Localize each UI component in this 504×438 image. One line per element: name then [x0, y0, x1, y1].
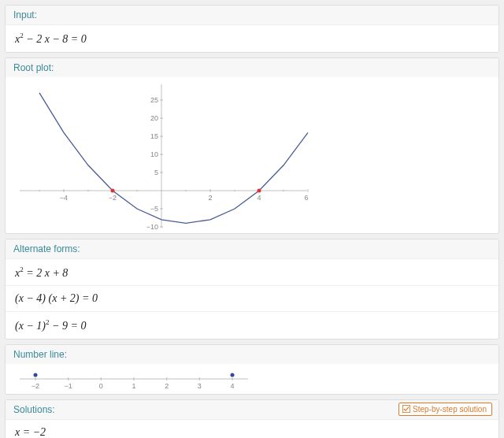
- altform-row: (x − 4) (x + 2) = 0: [6, 285, 498, 311]
- svg-rect-47: [402, 406, 410, 413]
- numberline-point: [34, 373, 38, 377]
- svg-text:−1: −1: [65, 382, 72, 390]
- solutions-card: Solutions: Step-by-step solution x = −2 …: [5, 399, 499, 438]
- curve: [39, 92, 308, 223]
- solution-row: x = −2: [6, 419, 498, 438]
- numberline-card: Number line: −2 −1 0 1 2 3 4: [5, 344, 499, 395]
- rootplot-header: Root plot:: [6, 58, 498, 77]
- altform-row: (x − 1)2 − 9 = 0: [6, 311, 498, 339]
- step-by-step-button[interactable]: Step-by-step solution: [398, 403, 492, 416]
- svg-text:−4: −4: [60, 194, 68, 202]
- step-by-step-label: Step-by-step solution: [413, 405, 487, 414]
- input-header: Input:: [6, 6, 498, 24]
- solutions-header: Solutions: Step-by-step solution: [6, 400, 498, 419]
- rootplot-area: −4 −2 2 4 6 −5 −10 5 10 15: [6, 77, 498, 233]
- svg-text:4: 4: [257, 194, 261, 202]
- svg-text:2: 2: [165, 382, 169, 390]
- svg-text:15: 15: [150, 132, 158, 140]
- numberline-svg: −2 −1 0 1 2 3 4: [12, 369, 256, 392]
- svg-text:1: 1: [132, 382, 135, 390]
- altforms-header: Alternate forms:: [6, 239, 498, 258]
- svg-text:3: 3: [198, 382, 202, 390]
- input-card: Input: x2 − 2 x − 8 = 0: [5, 5, 499, 53]
- svg-text:0: 0: [99, 382, 103, 390]
- svg-text:−10: −10: [146, 223, 158, 230]
- svg-text:4: 4: [230, 382, 234, 390]
- page: Input: x2 − 2 x − 8 = 0 Root plot: −4 −2…: [0, 0, 504, 438]
- input-expression: x2 − 2 x − 8 = 0: [6, 24, 498, 52]
- rootplot-svg: −4 −2 2 4 6 −5 −10 5 10 15: [12, 80, 311, 230]
- root-point: [111, 188, 115, 192]
- svg-text:20: 20: [150, 114, 158, 122]
- svg-text:10: 10: [150, 150, 158, 158]
- altform-row: x2 = 2 x + 8: [6, 258, 498, 286]
- svg-text:2: 2: [208, 194, 212, 202]
- svg-text:−2: −2: [32, 382, 39, 390]
- root-point: [258, 188, 261, 192]
- solutions-title: Solutions:: [13, 404, 55, 415]
- rootplot-card: Root plot: −4 −2 2 4 6: [5, 58, 499, 234]
- svg-text:6: 6: [304, 194, 308, 202]
- checkbox-icon: [402, 405, 410, 413]
- numberline-header: Number line:: [6, 345, 498, 364]
- svg-text:−5: −5: [150, 205, 158, 213]
- svg-text:25: 25: [150, 96, 158, 104]
- svg-text:−2: −2: [109, 194, 117, 202]
- numberline-area: −2 −1 0 1 2 3 4: [6, 364, 498, 394]
- altforms-card: Alternate forms: x2 = 2 x + 8 (x − 4) (x…: [5, 239, 499, 340]
- numberline-point: [231, 373, 235, 377]
- svg-text:5: 5: [154, 169, 158, 176]
